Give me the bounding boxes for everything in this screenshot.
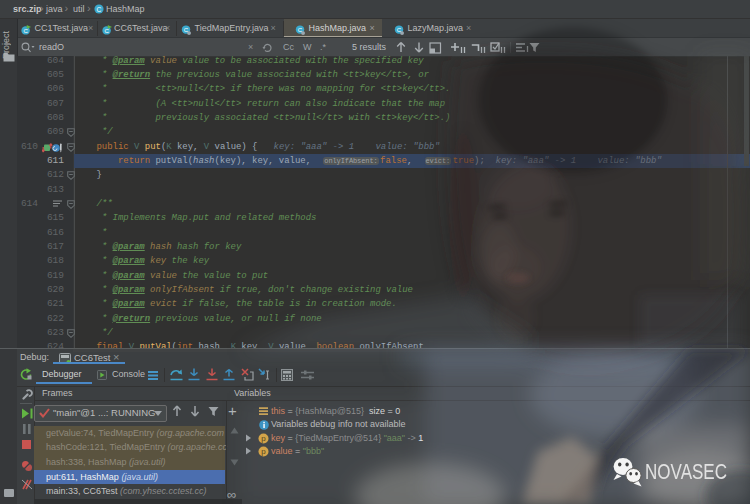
svg-text:NOVASEC: NOVASEC bbox=[645, 460, 727, 484]
